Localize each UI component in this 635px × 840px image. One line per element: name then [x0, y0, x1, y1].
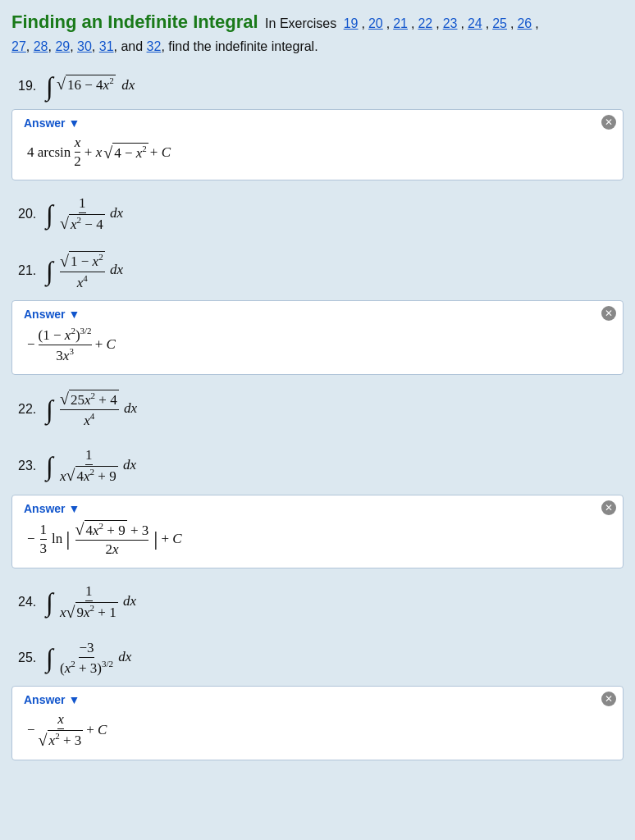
exercise-link-21[interactable]: 21 — [393, 14, 408, 34]
answer-label-23[interactable]: Answer ▼ — [24, 502, 611, 515]
exercise-25-formula: ∫ −3 (x2 + 3)3/2 dx — [46, 640, 131, 677]
answer-box-19: Answer ▼ ✕ 4 arcsin x 2 + x √4 − x2 + C — [11, 109, 624, 180]
exercise-23-formula: ∫ 1 x√4x2 + 9 dx — [46, 447, 136, 485]
exercise-number-22: 22. — [18, 402, 41, 417]
close-button-23[interactable]: ✕ — [601, 500, 616, 515]
exercise-20: 20. ∫ 1 √x2 − 4 dx — [11, 187, 624, 238]
exercise-link-29[interactable]: 29 — [55, 39, 70, 53]
exercise-link-32[interactable]: 32 — [147, 39, 162, 53]
close-button-21[interactable]: ✕ — [601, 306, 616, 321]
exercise-link-25[interactable]: 25 — [492, 14, 507, 34]
answer-box-23: Answer ▼ ✕ − 1 3 ln | √4x2 + 9 + 3 2x | … — [11, 495, 624, 568]
exercise-link-27[interactable]: 27 — [11, 39, 26, 53]
exercise-number-25: 25. — [18, 651, 41, 665]
close-button-25[interactable]: ✕ — [601, 692, 616, 706]
exercise-link-30[interactable]: 30 — [77, 39, 92, 53]
exercise-number-24: 24. — [18, 595, 41, 609]
exercise-link-23[interactable]: 23 — [443, 14, 458, 34]
exercise-21-formula: ∫ √1 − x2 x4 dx — [46, 251, 123, 290]
page-title: Finding an Indefinite Integral — [11, 8, 258, 35]
page-header: Finding an Indefinite Integral In Exerci… — [11, 8, 624, 57]
answer-arrow-23: ▼ — [69, 502, 80, 515]
exercise-20-formula: ∫ 1 √x2 − 4 dx — [46, 195, 123, 233]
exercise-19-formula: ∫ √16 − 4x2 dx — [46, 73, 135, 99]
answer-label-21[interactable]: Answer ▼ — [24, 308, 611, 321]
exercise-22: 22. ∫ √25x2 + 4 x4 dx — [11, 381, 624, 434]
answer-arrow-19: ▼ — [69, 116, 80, 130]
exercise-19: 19. ∫ √16 − 4x2 dx — [11, 65, 624, 104]
exercise-23: 23. ∫ 1 x√4x2 + 9 dx — [11, 439, 624, 490]
exercise-number-23: 23. — [18, 459, 41, 473]
answer-formula-21: − (1 − x2)3/2 3x3 + C — [24, 326, 611, 363]
exercise-link-22[interactable]: 22 — [418, 14, 432, 34]
header-line2: 27, 28, 29, 30, 31, and 32, find the ind… — [11, 37, 624, 57]
exercise-link-20[interactable]: 20 — [368, 14, 383, 34]
exercise-link-28[interactable]: 28 — [34, 39, 48, 53]
answer-box-21: Answer ▼ ✕ − (1 − x2)3/2 3x3 + C — [11, 300, 624, 374]
header-intro: In Exercises — [262, 14, 340, 34]
answer-arrow-21: ▼ — [69, 308, 80, 321]
exercise-number-20: 20. — [18, 207, 41, 221]
exercise-22-formula: ∫ √25x2 + 4 x4 dx — [46, 390, 137, 429]
exercise-link-26[interactable]: 26 — [517, 14, 532, 34]
answer-arrow-25: ▼ — [69, 693, 80, 706]
exercise-25: 25. ∫ −3 (x2 + 3)3/2 dx — [11, 632, 624, 682]
answer-formula-25: − x √x2 + 3 + C — [24, 711, 611, 749]
answer-label-25[interactable]: Answer ▼ — [24, 693, 611, 706]
answer-formula-19: 4 arcsin x 2 + x √4 − x2 + C — [24, 135, 611, 170]
exercise-number-19: 19. — [18, 79, 41, 94]
exercise-24: 24. ∫ 1 x√9x2 + 1 dx — [11, 575, 624, 626]
answer-formula-23: − 1 3 ln | √4x2 + 9 + 3 2x | + C — [24, 520, 611, 558]
exercise-number-21: 21. — [18, 263, 41, 278]
answer-label-19[interactable]: Answer ▼ — [24, 116, 611, 130]
exercise-link-24[interactable]: 24 — [468, 14, 482, 34]
close-button-19[interactable]: ✕ — [601, 115, 616, 130]
exercise-21: 21. ∫ √1 − x2 x4 dx — [11, 243, 624, 295]
exercise-24-formula: ∫ 1 x√9x2 + 1 dx — [46, 583, 136, 621]
answer-box-25: Answer ▼ ✕ − x √x2 + 3 + C — [11, 686, 624, 760]
exercise-link-19[interactable]: 19 — [344, 14, 359, 34]
exercise-link-31[interactable]: 31 — [99, 39, 114, 53]
